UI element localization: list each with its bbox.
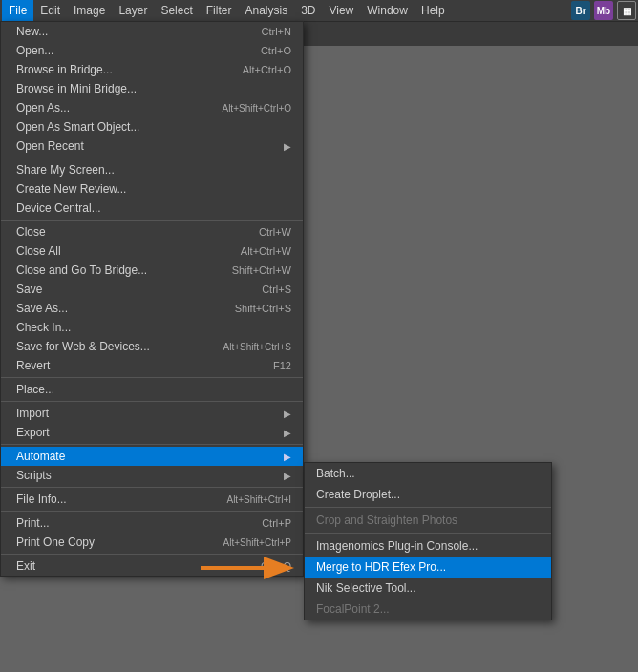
menu-item-place[interactable]: Place... — [1, 380, 303, 399]
submenu-item-focalpoint: FocalPoint 2... — [305, 598, 551, 620]
menu-item-print-one[interactable]: Print One Copy Alt+Shift+Ctrl+P — [1, 533, 303, 552]
menu-item-open-smart[interactable]: Open As Smart Object... — [1, 117, 303, 136]
menu-item-file-info[interactable]: File Info... Alt+Shift+Ctrl+I — [1, 490, 303, 509]
menu-item-export[interactable]: Export ▶ — [1, 423, 303, 442]
submenu-separator-1 — [305, 507, 551, 508]
menu-item-new-review[interactable]: Create New Review... — [1, 179, 303, 199]
separator-8 — [1, 554, 303, 555]
menubar-item-3d[interactable]: 3D — [294, 0, 322, 21]
menubar: File Edit Image Layer Select Filter Anal… — [0, 0, 638, 21]
minibr-badge[interactable]: Mb — [594, 1, 613, 20]
extra-badge[interactable]: ▦ — [617, 1, 636, 20]
menu-item-close-all[interactable]: Close All Alt+Ctrl+W — [1, 242, 303, 261]
menubar-item-analysis[interactable]: Analysis — [238, 0, 294, 21]
menubar-item-layer[interactable]: Layer — [112, 0, 154, 21]
menubar-item-select[interactable]: Select — [154, 0, 199, 21]
separator-4 — [1, 401, 303, 402]
separator-1 — [1, 158, 303, 158]
menubar-item-file[interactable]: File — [2, 0, 33, 21]
menu-item-check-in[interactable]: Check In... — [1, 318, 303, 337]
menu-item-save[interactable]: Save Ctrl+S — [1, 280, 303, 299]
menu-item-open-recent[interactable]: Open Recent ▶ — [1, 136, 303, 156]
separator-7 — [1, 511, 303, 512]
separator-5 — [1, 444, 303, 445]
automate-submenu: Batch... Create Droplet... Crop and Stra… — [304, 462, 552, 620]
submenu-item-crop-straighten: Crop and Straighten Photos — [305, 510, 551, 531]
menu-item-browse-mini[interactable]: Browse in Mini Bridge... — [1, 79, 303, 98]
menu-item-new[interactable]: New... Ctrl+N — [1, 22, 303, 41]
menu-item-import[interactable]: Import ▶ — [1, 404, 303, 423]
menu-item-share-screen[interactable]: Share My Screen... — [1, 160, 303, 179]
menubar-item-window[interactable]: Window — [360, 0, 415, 21]
menu-item-scripts[interactable]: Scripts ▶ — [1, 466, 303, 485]
menubar-item-help[interactable]: Help — [415, 0, 452, 21]
submenu-item-batch[interactable]: Batch... — [305, 463, 551, 484]
bridge-badge[interactable]: Br — [571, 1, 590, 20]
menu-item-browse-bridge[interactable]: Browse in Bridge... Alt+Ctrl+O — [1, 60, 303, 79]
menubar-right-badges: Br Mb ▦ — [571, 1, 636, 20]
menubar-item-filter[interactable]: Filter — [200, 0, 239, 21]
separator-2 — [1, 220, 303, 220]
menu-item-close-bridge[interactable]: Close and Go To Bridge... Shift+Ctrl+W — [1, 261, 303, 280]
menu-item-close[interactable]: Close Ctrl+W — [1, 222, 303, 242]
submenu-item-imagenomics[interactable]: Imagenomics Plug-in Console... — [305, 536, 551, 556]
menu-item-print[interactable]: Print... Ctrl+P — [1, 514, 303, 533]
menu-item-open[interactable]: Open... Ctrl+O — [1, 41, 303, 60]
arrow-icon-automate: ▶ — [284, 452, 291, 462]
separator-3 — [1, 377, 303, 378]
submenu-item-nik[interactable]: Nik Selective Tool... — [305, 578, 551, 598]
menu-item-save-web[interactable]: Save for Web & Devices... Alt+Shift+Ctrl… — [1, 337, 303, 356]
menu-item-exit[interactable]: Exit Ctrl+Q — [1, 556, 303, 576]
arrow-icon-import: ▶ — [284, 409, 291, 419]
arrow-icon-scripts: ▶ — [284, 471, 291, 481]
arrow-icon-export: ▶ — [284, 428, 291, 438]
menu-item-save-as[interactable]: Save As... Shift+Ctrl+S — [1, 299, 303, 318]
menubar-item-image[interactable]: Image — [67, 0, 112, 21]
submenu-item-create-droplet[interactable]: Create Droplet... — [305, 484, 551, 505]
submenu-item-merge-hdr[interactable]: Merge to HDR Efex Pro... — [305, 556, 551, 578]
menu-item-device-central[interactable]: Device Central... — [1, 199, 303, 218]
menubar-item-view[interactable]: View — [322, 0, 360, 21]
submenu-separator-2 — [305, 533, 551, 534]
menubar-item-edit[interactable]: Edit — [33, 0, 67, 21]
arrow-icon-open-recent: ▶ — [284, 141, 291, 152]
file-dropdown-menu: New... Ctrl+N Open... Ctrl+O Browse in B… — [0, 21, 304, 577]
menu-item-open-as[interactable]: Open As... Alt+Shift+Ctrl+O — [1, 98, 303, 117]
separator-6 — [1, 487, 303, 488]
menu-item-automate[interactable]: Automate ▶ — [1, 447, 303, 466]
menu-item-revert[interactable]: Revert F12 — [1, 356, 303, 375]
